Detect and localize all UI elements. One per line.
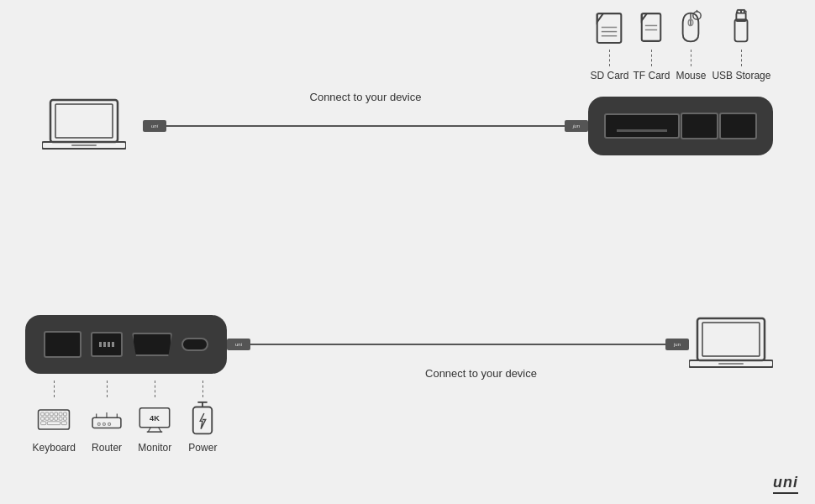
router-item: Router: [90, 381, 124, 454]
laptop-right: [689, 312, 790, 378]
sd-card-item: SD Card: [590, 8, 628, 81]
cable-line-bottom: [250, 344, 665, 345]
svg-point-44: [103, 423, 105, 425]
ethernet-port: [91, 332, 123, 357]
laptop-right-icon: [689, 312, 773, 375]
laptop-left: [42, 93, 143, 160]
svg-text:4K: 4K: [150, 414, 160, 423]
svg-rect-26: [50, 412, 54, 416]
svg-rect-51: [193, 407, 213, 434]
svg-point-45: [108, 423, 111, 425]
monitor-icon: 4K: [138, 401, 171, 438]
power-icon: [186, 401, 219, 438]
mouse-icon: [674, 8, 707, 46]
svg-rect-57: [718, 363, 744, 365]
connect-label-top: Connect to your device: [310, 91, 422, 103]
svg-rect-25: [45, 412, 49, 416]
svg-line-48: [149, 428, 151, 432]
tf-card-label: TF Card: [633, 70, 670, 81]
svg-rect-36: [41, 422, 46, 425]
hub-body-top: [588, 97, 773, 155]
svg-rect-32: [50, 417, 54, 420]
svg-rect-24: [41, 412, 45, 416]
connector-uni-bottom: [227, 339, 250, 350]
keyboard-label: Keyboard: [33, 442, 76, 454]
brand-logo: uni: [773, 474, 798, 494]
mouse-item: Mouse: [674, 8, 707, 81]
tf-card-item: TF Card: [633, 8, 670, 81]
svg-rect-27: [55, 412, 58, 416]
hub-top: SD Card TF Card: [588, 97, 773, 155]
bottom-row: Keyboard Router: [25, 260, 790, 428]
svg-rect-3: [71, 144, 97, 146]
svg-rect-38: [61, 422, 66, 425]
svg-rect-0: [50, 100, 118, 142]
sd-port: [604, 113, 680, 139]
cable-top: Connect to your device: [143, 109, 588, 143]
svg-point-43: [97, 423, 100, 425]
svg-rect-29: [64, 412, 67, 416]
sd-card-label: SD Card: [590, 70, 628, 81]
svg-line-49: [159, 428, 161, 432]
power-item: Power: [186, 381, 219, 454]
usb-port-2: [719, 113, 757, 139]
tf-dashed: [651, 50, 652, 66]
cable-line-top: [166, 125, 565, 127]
sd-dashed: [609, 50, 610, 66]
svg-rect-30: [41, 417, 45, 420]
usb-port-1: [681, 113, 718, 139]
usbc-port: [181, 338, 208, 351]
svg-rect-1: [55, 104, 113, 138]
tf-card-icon: [634, 8, 668, 46]
hdmi-port: [132, 333, 172, 356]
keyboard-icon: [37, 401, 71, 438]
svg-rect-15: [735, 19, 748, 41]
connector-uni-top: [143, 120, 166, 132]
monitor-dashed: [155, 381, 155, 397]
cable-bottom: Connect to your device: [227, 328, 689, 361]
mouse-dashed: [691, 50, 691, 66]
mouse-label: Mouse: [676, 70, 706, 81]
monitor-item: 4K Monitor: [138, 381, 171, 454]
power-label: Power: [188, 442, 217, 454]
svg-rect-39: [92, 417, 121, 428]
keyboard-item: Keyboard: [33, 381, 76, 454]
usb-storage-label: USB Storage: [712, 70, 770, 81]
monitor-label: Monitor: [138, 442, 171, 454]
svg-rect-35: [64, 417, 67, 420]
hub-bottom-icons: Keyboard Router: [25, 381, 227, 454]
router-label: Router: [92, 442, 122, 454]
usb-port-bottom: [44, 331, 82, 358]
svg-rect-55: [702, 323, 760, 356]
top-row: Connect to your device: [42, 50, 773, 202]
laptop-left-icon: [42, 93, 126, 156]
svg-rect-28: [59, 412, 62, 416]
usb-storage-item: USB Storage: [712, 8, 770, 81]
svg-rect-33: [55, 417, 58, 420]
router-dashed: [107, 381, 108, 397]
sd-card-icon: [592, 8, 626, 46]
svg-rect-37: [48, 422, 60, 425]
hub-bottom: Keyboard Router: [25, 315, 227, 374]
connect-label-bottom: Connect to your device: [425, 367, 537, 380]
hub-body-bottom: [25, 315, 227, 374]
svg-rect-23: [39, 410, 70, 429]
connector-jun-top: [565, 120, 588, 132]
router-icon: [90, 401, 124, 438]
power-dashed: [202, 381, 203, 397]
svg-rect-31: [45, 417, 49, 420]
svg-rect-54: [697, 318, 765, 360]
usb-storage-icon: [724, 8, 758, 46]
svg-rect-34: [59, 417, 62, 420]
keyboard-dashed: [54, 381, 55, 397]
connector-jun-bottom: [665, 339, 689, 350]
usb-dashed: [741, 50, 742, 66]
hub-top-icons: SD Card TF Card: [588, 8, 773, 81]
svg-point-20: [736, 11, 739, 13]
main-container: Connect to your device: [0, 0, 815, 504]
